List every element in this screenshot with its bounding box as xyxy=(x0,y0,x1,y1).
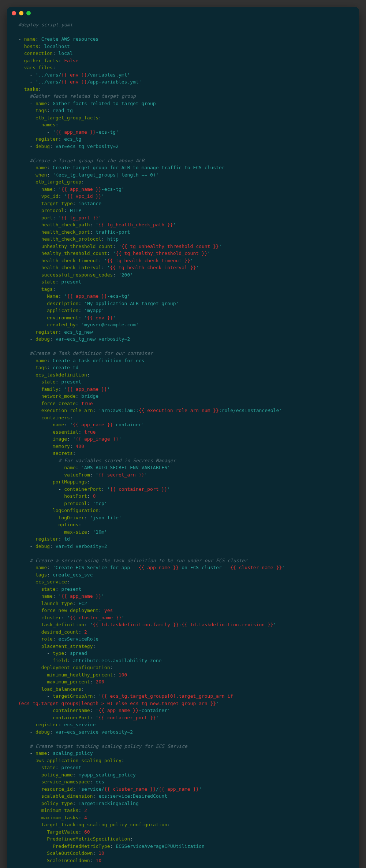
code-line: #deploy-script.yaml xyxy=(18,22,73,27)
terminal-window: #deploy-script.yaml - name: Create AWS r… xyxy=(7,7,359,868)
code-block: #deploy-script.yaml - name: Create AWS r… xyxy=(7,19,359,868)
maximize-icon[interactable] xyxy=(26,11,31,15)
window-titlebar xyxy=(7,7,359,19)
minimize-icon[interactable] xyxy=(19,11,23,15)
close-icon[interactable] xyxy=(12,11,16,15)
